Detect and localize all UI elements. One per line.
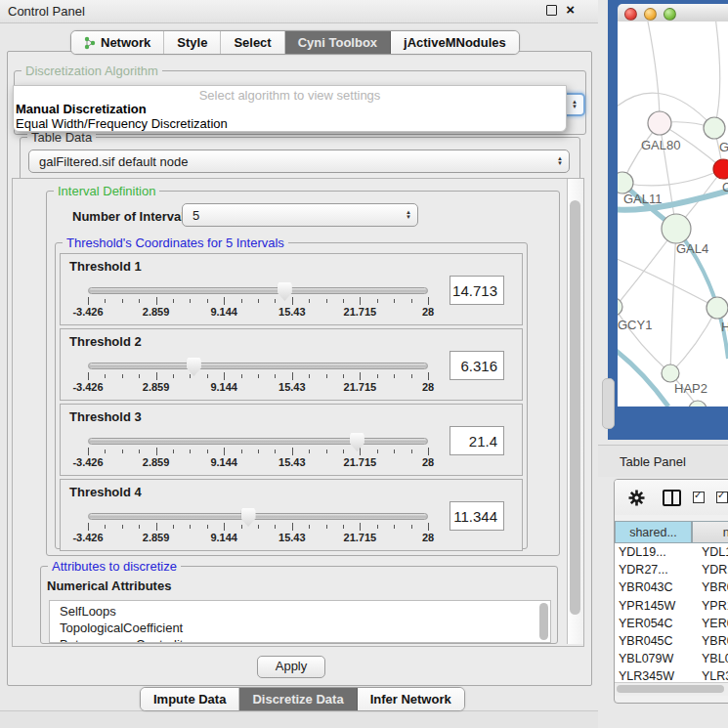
attribute-list-item[interactable]: SelfLoops xyxy=(60,603,550,620)
node-partial[interactable] xyxy=(689,401,707,407)
cell-shared-name[interactable]: YBR045C xyxy=(615,634,692,648)
cell-shared-name[interactable]: YDL19... xyxy=(615,545,692,559)
node-red[interactable] xyxy=(713,159,728,179)
threshold-value-box[interactable]: 11.344 xyxy=(450,501,504,531)
table-row[interactable]: YBR043CYBR0 xyxy=(615,578,728,596)
threshold-value-box[interactable]: 6.316 xyxy=(450,351,504,380)
table-row[interactable]: YLR345WYLR3 xyxy=(615,667,728,682)
close-icon[interactable]: × xyxy=(566,4,575,16)
scrollbar-thumb[interactable] xyxy=(617,685,724,693)
tick-mark xyxy=(411,525,412,529)
attribute-list-item[interactable]: BetweennessCentrality xyxy=(60,636,550,643)
tab-label: Select xyxy=(234,35,271,50)
tab-infer-network[interactable]: Infer Network xyxy=(358,688,464,710)
number-of-intervals-combobox[interactable]: 5 ▲▼ xyxy=(182,203,418,227)
tick-mark xyxy=(292,448,293,455)
apply-button[interactable]: Apply xyxy=(257,656,325,678)
node-hap2[interactable] xyxy=(662,364,679,382)
slider-track[interactable] xyxy=(88,438,428,445)
network-canvas[interactable]: GAL80 G C GAL11 GAL4 GCY1 H HAP2 xyxy=(618,21,728,407)
table-row[interactable]: YDL19...YDL1 xyxy=(615,543,728,561)
cell-name[interactable]: YER0 xyxy=(692,617,728,630)
numerical-attributes-list[interactable]: SelfLoopsTopologicalCoefficientBetweenne… xyxy=(49,600,551,643)
tick-label: 2.859 xyxy=(143,381,170,393)
tab-discretize-data[interactable]: Discretize Data xyxy=(239,688,357,710)
node-label: GAL11 xyxy=(623,192,663,206)
network-nodes[interactable] xyxy=(618,111,728,407)
node-gal11[interactable] xyxy=(618,172,633,193)
node-gal80[interactable] xyxy=(648,111,671,135)
slider-track[interactable] xyxy=(88,513,428,520)
slider-track[interactable] xyxy=(88,287,428,294)
threshold-slider[interactable]: -3.4262.8599.14415.4321.71528 xyxy=(88,279,428,322)
gear-icon[interactable] xyxy=(628,490,645,506)
cell-name[interactable]: YDR2 xyxy=(692,563,728,577)
table-row[interactable]: YDR27...YDR2 xyxy=(615,561,728,578)
cell-shared-name[interactable]: YBR043C xyxy=(615,580,692,594)
tick-mark xyxy=(360,448,361,455)
cell-shared-name[interactable]: YLR345W xyxy=(615,669,692,682)
column-header-name[interactable]: n... xyxy=(692,521,728,543)
threshold-slider[interactable]: -3.4262.8599.14415.4321.71528 xyxy=(88,430,428,473)
tick-mark xyxy=(156,523,157,531)
checkbox-icon[interactable] xyxy=(693,492,705,503)
tick-label: 2.859 xyxy=(143,456,170,468)
tab-label: Infer Network xyxy=(370,692,451,707)
split-pane-handle[interactable] xyxy=(602,378,615,429)
table-panel-titlebar: Table Panel xyxy=(598,445,728,477)
cell-shared-name[interactable]: YDR27... xyxy=(615,563,692,577)
attribute-list-item[interactable]: TopologicalCoefficient xyxy=(60,620,550,636)
tick-mark xyxy=(105,374,106,378)
tab-jactivemnodules[interactable]: jActiveMNodules xyxy=(391,31,519,54)
table-horizontal-scrollbar[interactable] xyxy=(615,682,728,696)
table-row[interactable]: YBR045CYBR0 xyxy=(615,632,728,650)
window-close-button[interactable] xyxy=(624,8,637,21)
group-title: Table Data xyxy=(27,130,96,145)
tab-cyni-toolbox[interactable]: Cyni Toolbox xyxy=(285,31,391,54)
checkbox-icon[interactable] xyxy=(716,492,728,503)
cell-name[interactable]: YBR0 xyxy=(692,634,728,648)
settings-vertical-scrollbar[interactable] xyxy=(567,179,583,644)
tick-mark xyxy=(343,450,344,453)
tick-mark xyxy=(190,525,191,529)
dropdown-item-manual-discretization[interactable]: Manual Discretization xyxy=(16,102,147,116)
scrollbar-thumb[interactable] xyxy=(570,200,580,615)
cell-shared-name[interactable]: YER054C xyxy=(615,617,692,630)
threshold-slider[interactable]: -3.4262.8599.14415.4321.71528 xyxy=(88,355,428,398)
tab-style[interactable]: Style xyxy=(164,31,221,54)
threshold-value-box[interactable]: 14.713 xyxy=(450,276,504,305)
cell-name[interactable]: YDL1 xyxy=(692,545,728,559)
node-g[interactable] xyxy=(704,117,725,139)
cell-name[interactable]: YBR0 xyxy=(692,580,728,594)
threshold-label: Threshold 2 xyxy=(69,334,142,349)
slider-track[interactable] xyxy=(88,363,428,369)
table-row[interactable]: YER054CYER0 xyxy=(615,615,728,632)
tick-label: 21.715 xyxy=(344,456,377,468)
table-row[interactable]: YBL079WYBL0 xyxy=(615,650,728,667)
cell-name[interactable]: YLR3 xyxy=(692,669,728,682)
columns-icon[interactable] xyxy=(663,490,681,506)
window-minimize-button[interactable] xyxy=(644,8,657,21)
float-window-icon[interactable] xyxy=(546,5,557,16)
tick-mark xyxy=(258,374,259,378)
tick-mark xyxy=(224,448,225,455)
threshold-value-box[interactable]: 21.4 xyxy=(450,426,504,455)
window-zoom-button[interactable] xyxy=(664,8,676,21)
tab-impute-data[interactable]: Impute Data xyxy=(141,688,239,710)
tab-network[interactable]: Network xyxy=(71,31,164,54)
tab-select[interactable]: Select xyxy=(221,31,284,54)
table-row[interactable]: YPR145WYPR1 xyxy=(615,597,728,615)
cell-shared-name[interactable]: YPR145W xyxy=(615,599,692,613)
table-data-combobox[interactable]: galFiltered.sif default node ▲▼ xyxy=(28,150,570,173)
list-scrollbar[interactable] xyxy=(539,603,548,640)
threshold-slider[interactable]: -3.4262.8599.14415.4321.71528 xyxy=(88,505,428,548)
cell-name[interactable]: YPR1 xyxy=(692,599,728,613)
node-h[interactable] xyxy=(707,297,728,319)
cell-name[interactable]: YBL0 xyxy=(692,652,728,665)
column-header-shared-name[interactable]: shared... xyxy=(615,521,692,543)
node-gcy1[interactable] xyxy=(618,298,622,316)
node-gal4[interactable] xyxy=(662,214,691,243)
dropdown-item-equal-width[interactable]: Equal Width/Frequency Discretization xyxy=(16,116,228,131)
table-body[interactable]: YDL19...YDL1YDR27...YDR2YBR043CYBR0YPR14… xyxy=(615,543,728,682)
cell-shared-name[interactable]: YBL079W xyxy=(615,652,692,665)
